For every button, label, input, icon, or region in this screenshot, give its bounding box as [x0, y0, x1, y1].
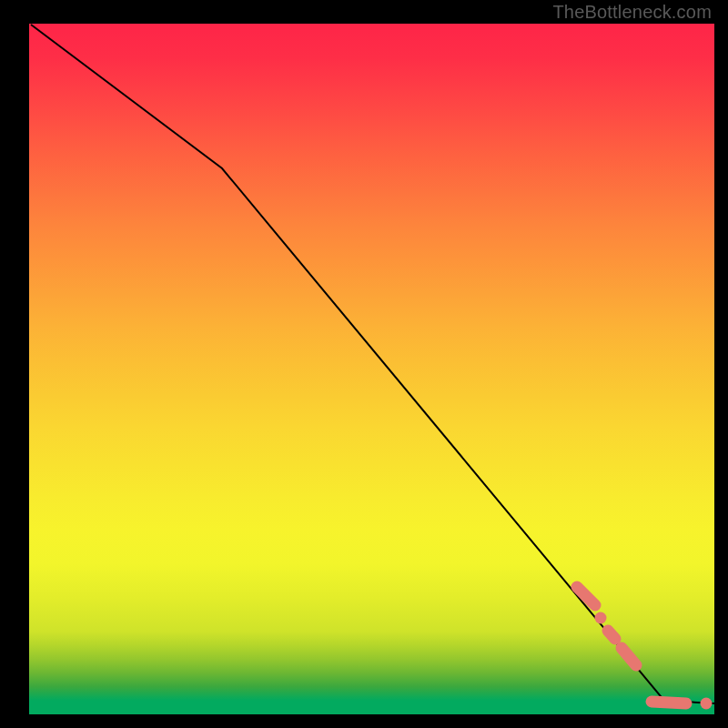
- mask-right: [714, 0, 728, 728]
- marker-segment: [652, 702, 686, 703]
- attribution-label: TheBottleneck.com: [552, 2, 712, 23]
- marker-dot: [701, 698, 713, 710]
- chart-frame: TheBottleneck.com: [0, 0, 728, 728]
- marker-dot: [595, 612, 607, 624]
- mask-left: [0, 0, 29, 728]
- mask-bottom: [0, 714, 728, 728]
- plot-background-gradient: [29, 24, 714, 714]
- marker-segment: [608, 631, 615, 639]
- bottleneck-chart: [0, 0, 728, 728]
